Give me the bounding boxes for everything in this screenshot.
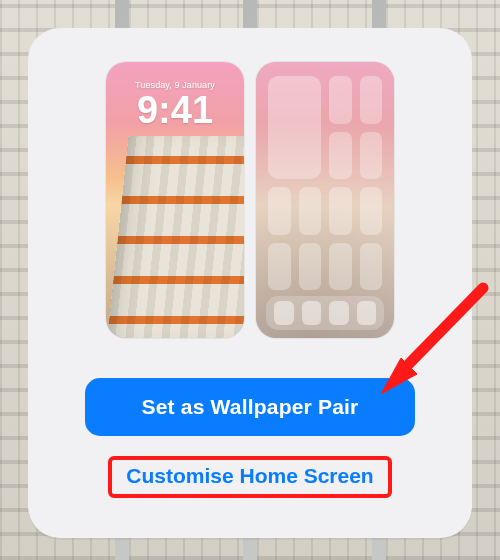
set-wallpaper-pair-button[interactable]: Set as Wallpaper Pair	[85, 378, 415, 436]
home-preview-app-icon	[299, 243, 322, 291]
home-preview-dock-icon	[329, 301, 349, 325]
lock-preview-clock: Tuesday, 9 January 9:41	[106, 80, 244, 129]
home-preview-app-icon	[360, 187, 383, 235]
home-preview-app-icon	[299, 187, 322, 235]
home-preview-dock-icon	[274, 301, 294, 325]
annotation-highlight-box: Customise Home Screen	[108, 456, 391, 498]
home-preview-dock	[266, 296, 384, 330]
home-preview-dock-icon	[357, 301, 377, 325]
home-preview-widget	[268, 76, 321, 179]
home-preview-app-icon	[360, 76, 383, 124]
home-preview-app-icon	[329, 187, 352, 235]
home-preview-app-icon	[329, 132, 352, 180]
home-preview-app-icon	[360, 132, 383, 180]
lock-screen-preview: Tuesday, 9 January 9:41	[106, 62, 244, 338]
lock-preview-image	[107, 136, 244, 338]
home-preview-app-icon	[268, 243, 291, 291]
home-preview-app-icon	[360, 243, 383, 291]
home-preview-grid	[268, 76, 382, 290]
lock-preview-time: 9:41	[106, 91, 244, 129]
home-preview-app-icon	[329, 243, 352, 291]
customise-home-screen-button[interactable]: Customise Home Screen	[126, 464, 373, 488]
home-preview-dock-icon	[302, 301, 322, 325]
home-preview-app-icon	[329, 76, 352, 124]
wallpaper-set-sheet: Tuesday, 9 January 9:41	[28, 28, 472, 538]
home-preview-app-icon	[268, 187, 291, 235]
wallpaper-preview-pair: Tuesday, 9 January 9:41	[106, 62, 394, 338]
home-screen-preview	[256, 62, 394, 338]
